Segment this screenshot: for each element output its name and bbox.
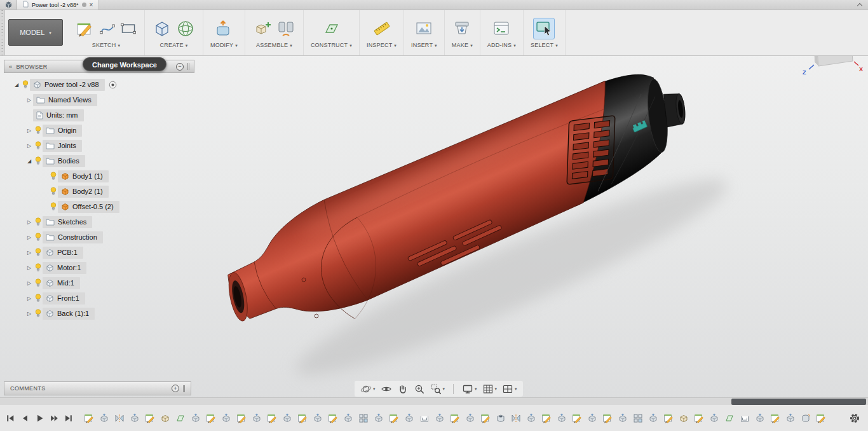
- timeline-feature-sketch-icon[interactable]: [662, 412, 675, 425]
- navbar-orbit-button[interactable]: ▾: [360, 383, 376, 395]
- browser-item[interactable]: Sketches: [43, 216, 92, 228]
- timeline-feature-sketch-icon[interactable]: [235, 412, 248, 425]
- timeline-feature-extrude-icon[interactable]: [464, 412, 477, 425]
- timeline-feature-extrude-icon[interactable]: [342, 412, 355, 425]
- expand-arrow-icon[interactable]: ▷: [25, 280, 33, 286]
- timeline-feature-extrude-icon[interactable]: [784, 412, 797, 425]
- navbar-zoom-button[interactable]: [414, 383, 425, 395]
- browser-row[interactable]: ▷Mid:1: [4, 275, 194, 291]
- navbar-zoom-window-button[interactable]: ▾: [430, 383, 445, 395]
- visibility-bulb-icon[interactable]: [33, 126, 43, 135]
- timeline-scrollbar-thumb[interactable]: [731, 399, 866, 405]
- browser-item[interactable]: Units: mm: [33, 109, 84, 121]
- navbar-display-settings-button[interactable]: ▾: [462, 383, 477, 395]
- visibility-bulb-icon[interactable]: [33, 141, 43, 150]
- timeline-feature-sketch-icon[interactable]: [327, 412, 339, 425]
- timeline-feature-sketch-icon[interactable]: [693, 412, 705, 425]
- navbar-look-at-button[interactable]: [381, 383, 392, 395]
- timeline-feature-extrude-icon[interactable]: [372, 412, 385, 425]
- browser-item[interactable]: Front:1: [43, 292, 85, 304]
- visibility-bulb-icon[interactable]: [48, 202, 58, 211]
- browser-item[interactable]: Bodies: [43, 155, 85, 167]
- browser-row[interactable]: ▷Named Views: [4, 92, 194, 107]
- timeline-feature-sketch-icon[interactable]: [296, 412, 309, 425]
- timeline-feature-sketch-icon[interactable]: [815, 412, 827, 425]
- collapse-arrow-icon[interactable]: ◢: [13, 82, 20, 88]
- timeline-feature-sketch-icon[interactable]: [571, 412, 583, 425]
- browser-drag-grip[interactable]: [187, 63, 189, 70]
- timeline-feature-shell-icon[interactable]: [418, 412, 431, 425]
- timeline-feature-extrude-icon[interactable]: [128, 412, 141, 425]
- rectangle-icon[interactable]: [119, 20, 137, 38]
- timeline-feature-mirror-icon[interactable]: [113, 412, 126, 425]
- workspace-switcher-button[interactable]: MODEL ▾: [8, 19, 63, 46]
- browser-row[interactable]: Body2 (1): [4, 184, 194, 199]
- comments-drag-grip[interactable]: [183, 385, 185, 392]
- timeline-feature-sketch-icon[interactable]: [769, 412, 782, 425]
- timeline-feature-extrude-icon[interactable]: [616, 412, 629, 425]
- browser-row[interactable]: ▷Construction: [4, 229, 194, 245]
- timeline-feature-sketch-icon[interactable]: [540, 412, 553, 425]
- timeline-feature-shell-icon[interactable]: [738, 412, 751, 425]
- toolbar-menu-create[interactable]: CREATE▾: [160, 42, 188, 48]
- browser-row[interactable]: Body1 (1): [4, 168, 194, 184]
- activate-component-radio-icon[interactable]: [109, 81, 117, 89]
- plane-icon[interactable]: [321, 18, 341, 39]
- toolbar-menu-assemble[interactable]: ASSEMBLE▾: [256, 42, 292, 48]
- browser-item[interactable]: Mid:1: [43, 277, 80, 289]
- browser-root-row[interactable]: ◢Power tool -2 v88: [4, 77, 194, 92]
- browser-row[interactable]: Offset-0.5 (2): [4, 199, 194, 214]
- visibility-bulb-icon[interactable]: [33, 294, 43, 303]
- timeline-feature-extrude-icon[interactable]: [98, 412, 111, 425]
- press-pull-icon[interactable]: [214, 18, 234, 39]
- visibility-bulb-icon[interactable]: [33, 309, 43, 318]
- create-sketch-icon[interactable]: [75, 18, 95, 39]
- toolbar-menu-insert[interactable]: INSERT▾: [411, 42, 437, 48]
- timeline-step-forward-button[interactable]: [50, 414, 58, 423]
- expand-arrow-icon[interactable]: ▷: [25, 97, 33, 103]
- expand-arrow-icon[interactable]: ▷: [25, 219, 33, 225]
- navbar-pan-button[interactable]: [397, 383, 409, 395]
- new-component-icon[interactable]: [252, 18, 273, 39]
- browser-item[interactable]: Power tool -2 v88: [30, 79, 105, 91]
- collapse-arrow-icon[interactable]: ◢: [25, 158, 33, 164]
- navbar-viewports-button[interactable]: ▾: [502, 383, 517, 395]
- scripts-icon[interactable]: [491, 18, 512, 39]
- browser-item[interactable]: PCB:1: [43, 247, 83, 259]
- visibility-bulb-icon[interactable]: [33, 233, 43, 242]
- visibility-bulb-icon[interactable]: [20, 80, 30, 89]
- timeline-go-to-end-button[interactable]: [64, 414, 73, 423]
- expand-arrow-icon[interactable]: ▷: [25, 235, 33, 240]
- visibility-bulb-icon[interactable]: [48, 172, 58, 181]
- panel-collapse-icon[interactable]: «: [9, 64, 12, 70]
- timeline-settings-gear-icon[interactable]: [849, 413, 860, 424]
- visibility-bulb-icon[interactable]: [33, 278, 43, 287]
- timeline-feature-extrude-icon[interactable]: [220, 412, 233, 425]
- timeline-feature-extrude-icon[interactable]: [525, 412, 538, 425]
- browser-minimize-icon[interactable]: −: [176, 63, 184, 71]
- browser-row[interactable]: ◢Bodies: [4, 153, 194, 168]
- timeline-feature-sketch-icon[interactable]: [449, 412, 461, 425]
- toolbar-menu-sketch[interactable]: SKETCH▾: [92, 42, 120, 48]
- timeline-feature-sketch-icon[interactable]: [205, 412, 217, 425]
- timeline-feature-extrude-icon[interactable]: [708, 412, 721, 425]
- toolbar-menu-modify[interactable]: MODIFY▾: [210, 42, 238, 48]
- joint-icon[interactable]: [276, 18, 296, 39]
- timeline-feature-plane-icon[interactable]: [174, 412, 187, 425]
- sphere-icon[interactable]: [175, 18, 196, 39]
- timeline-feature-hole-icon[interactable]: [494, 412, 507, 425]
- measure-icon[interactable]: [372, 18, 392, 39]
- browser-item[interactable]: Back (1):1: [43, 308, 95, 320]
- toolbar-menu-addins[interactable]: ADD-INS▾: [487, 42, 516, 48]
- toolbar-menu-select[interactable]: SELECT▾: [531, 42, 558, 48]
- timeline-feature-extrude-icon[interactable]: [647, 412, 660, 425]
- timeline-feature-pattern-icon[interactable]: [357, 412, 370, 425]
- browser-item[interactable]: Offset-0.5 (2): [58, 201, 119, 213]
- browser-row[interactable]: ▷Sketches: [4, 214, 194, 229]
- timeline-feature-extrude-icon[interactable]: [555, 412, 568, 425]
- timeline-feature-extrude-icon[interactable]: [433, 412, 446, 425]
- visibility-bulb-icon[interactable]: [33, 248, 43, 257]
- visibility-bulb-icon[interactable]: [48, 187, 58, 196]
- timeline-feature-box-icon[interactable]: [677, 412, 690, 425]
- browser-item[interactable]: Body2 (1): [58, 186, 109, 198]
